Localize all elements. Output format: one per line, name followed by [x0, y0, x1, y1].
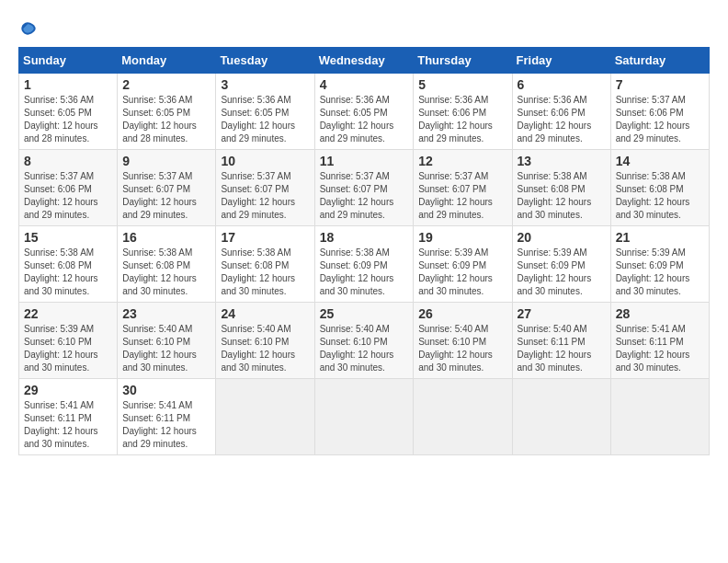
day-number: 28 [616, 306, 704, 321]
day-cell-7: 7Sunrise: 5:37 AMSunset: 6:06 PMDaylight… [610, 74, 709, 150]
day-number: 26 [418, 306, 506, 321]
calendar-table: SundayMondayTuesdayWednesdayThursdayFrid… [18, 47, 710, 455]
week-row-5: 29Sunrise: 5:41 AMSunset: 6:11 PMDayligh… [19, 379, 710, 455]
day-cell-3: 3Sunrise: 5:36 AMSunset: 6:05 PMDaylight… [216, 74, 314, 150]
day-cell-26: 26Sunrise: 5:40 AMSunset: 6:10 PMDayligh… [414, 303, 512, 379]
day-number: 9 [122, 154, 210, 168]
day-cell-28: 28Sunrise: 5:41 AMSunset: 6:11 PMDayligh… [610, 303, 709, 379]
day-info: Sunrise: 5:36 AMSunset: 6:05 PMDaylight:… [221, 94, 309, 145]
day-number: 22 [24, 306, 112, 321]
day-info: Sunrise: 5:37 AMSunset: 6:07 PMDaylight:… [418, 170, 506, 222]
day-cell-14: 14Sunrise: 5:38 AMSunset: 6:08 PMDayligh… [610, 150, 709, 226]
day-number: 19 [418, 230, 506, 245]
day-info: Sunrise: 5:36 AMSunset: 6:05 PMDaylight:… [320, 94, 409, 145]
logo [18, 18, 40, 38]
day-number: 17 [221, 230, 309, 245]
day-cell-12: 12Sunrise: 5:37 AMSunset: 6:07 PMDayligh… [414, 150, 512, 226]
day-cell-13: 13Sunrise: 5:38 AMSunset: 6:08 PMDayligh… [512, 150, 610, 226]
day-number: 11 [320, 154, 409, 168]
calendar-header-row: SundayMondayTuesdayWednesdayThursdayFrid… [19, 48, 710, 74]
header-saturday: Saturday [610, 48, 709, 74]
day-number: 20 [518, 230, 606, 245]
day-info: Sunrise: 5:37 AMSunset: 6:07 PMDaylight:… [320, 170, 409, 222]
day-number: 8 [24, 154, 112, 168]
day-cell-21: 21Sunrise: 5:39 AMSunset: 6:09 PMDayligh… [610, 226, 709, 303]
header-tuesday: Tuesday [216, 48, 314, 74]
day-number: 25 [320, 306, 409, 321]
empty-cell [314, 379, 414, 455]
day-number: 15 [24, 230, 112, 245]
day-info: Sunrise: 5:39 AMSunset: 6:10 PMDaylight:… [24, 323, 112, 374]
day-number: 14 [616, 154, 704, 168]
day-info: Sunrise: 5:37 AMSunset: 6:06 PMDaylight:… [616, 94, 704, 145]
header-sunday: Sunday [19, 48, 118, 74]
header [18, 18, 710, 38]
day-cell-24: 24Sunrise: 5:40 AMSunset: 6:10 PMDayligh… [216, 303, 314, 379]
day-info: Sunrise: 5:37 AMSunset: 6:07 PMDaylight:… [221, 170, 309, 222]
header-friday: Friday [512, 48, 610, 74]
logo-icon [18, 19, 37, 38]
day-cell-15: 15Sunrise: 5:38 AMSunset: 6:08 PMDayligh… [19, 226, 118, 303]
day-info: Sunrise: 5:38 AMSunset: 6:08 PMDaylight:… [221, 247, 309, 298]
day-cell-29: 29Sunrise: 5:41 AMSunset: 6:11 PMDayligh… [19, 379, 118, 455]
day-cell-10: 10Sunrise: 5:37 AMSunset: 6:07 PMDayligh… [216, 150, 314, 226]
day-info: Sunrise: 5:41 AMSunset: 6:11 PMDaylight:… [24, 399, 112, 451]
day-number: 30 [122, 383, 210, 397]
week-row-2: 8Sunrise: 5:37 AMSunset: 6:06 PMDaylight… [19, 150, 710, 226]
empty-cell [414, 379, 512, 455]
day-info: Sunrise: 5:39 AMSunset: 6:09 PMDaylight:… [418, 247, 506, 298]
day-number: 12 [418, 154, 506, 168]
day-number: 18 [320, 230, 409, 245]
day-info: Sunrise: 5:38 AMSunset: 6:08 PMDaylight:… [616, 170, 704, 222]
day-info: Sunrise: 5:38 AMSunset: 6:08 PMDaylight:… [122, 247, 210, 298]
day-info: Sunrise: 5:37 AMSunset: 6:07 PMDaylight:… [122, 170, 210, 222]
day-cell-22: 22Sunrise: 5:39 AMSunset: 6:10 PMDayligh… [19, 303, 118, 379]
day-cell-20: 20Sunrise: 5:39 AMSunset: 6:09 PMDayligh… [512, 226, 610, 303]
empty-cell [512, 379, 610, 455]
day-cell-1: 1Sunrise: 5:36 AMSunset: 6:05 PMDaylight… [19, 74, 118, 150]
day-info: Sunrise: 5:39 AMSunset: 6:09 PMDaylight:… [518, 247, 606, 298]
day-number: 21 [616, 230, 704, 245]
day-cell-8: 8Sunrise: 5:37 AMSunset: 6:06 PMDaylight… [19, 150, 118, 226]
day-number: 24 [221, 306, 309, 321]
day-cell-19: 19Sunrise: 5:39 AMSunset: 6:09 PMDayligh… [414, 226, 512, 303]
day-cell-25: 25Sunrise: 5:40 AMSunset: 6:10 PMDayligh… [314, 303, 414, 379]
day-number: 27 [518, 306, 606, 321]
day-cell-23: 23Sunrise: 5:40 AMSunset: 6:10 PMDayligh… [118, 303, 216, 379]
day-info: Sunrise: 5:41 AMSunset: 6:11 PMDaylight:… [122, 399, 210, 451]
day-cell-2: 2Sunrise: 5:36 AMSunset: 6:05 PMDaylight… [118, 74, 216, 150]
day-cell-5: 5Sunrise: 5:36 AMSunset: 6:06 PMDaylight… [414, 74, 512, 150]
day-cell-30: 30Sunrise: 5:41 AMSunset: 6:11 PMDayligh… [118, 379, 216, 455]
day-info: Sunrise: 5:39 AMSunset: 6:09 PMDaylight:… [616, 247, 704, 298]
day-number: 23 [122, 306, 210, 321]
day-info: Sunrise: 5:37 AMSunset: 6:06 PMDaylight:… [24, 170, 112, 222]
day-info: Sunrise: 5:38 AMSunset: 6:09 PMDaylight:… [320, 247, 409, 298]
header-monday: Monday [118, 48, 216, 74]
day-cell-18: 18Sunrise: 5:38 AMSunset: 6:09 PMDayligh… [314, 226, 414, 303]
day-cell-16: 16Sunrise: 5:38 AMSunset: 6:08 PMDayligh… [118, 226, 216, 303]
day-info: Sunrise: 5:40 AMSunset: 6:10 PMDaylight:… [122, 323, 210, 374]
day-info: Sunrise: 5:40 AMSunset: 6:10 PMDaylight:… [418, 323, 506, 374]
empty-cell [610, 379, 709, 455]
day-number: 3 [221, 77, 309, 92]
day-cell-4: 4Sunrise: 5:36 AMSunset: 6:05 PMDaylight… [314, 74, 414, 150]
day-number: 7 [616, 77, 704, 92]
day-info: Sunrise: 5:36 AMSunset: 6:06 PMDaylight:… [418, 94, 506, 145]
day-cell-27: 27Sunrise: 5:40 AMSunset: 6:11 PMDayligh… [512, 303, 610, 379]
week-row-3: 15Sunrise: 5:38 AMSunset: 6:08 PMDayligh… [19, 226, 710, 303]
day-info: Sunrise: 5:40 AMSunset: 6:10 PMDaylight:… [320, 323, 409, 374]
day-info: Sunrise: 5:40 AMSunset: 6:10 PMDaylight:… [221, 323, 309, 374]
day-number: 4 [320, 77, 409, 92]
day-number: 5 [418, 77, 506, 92]
day-number: 6 [518, 77, 606, 92]
header-thursday: Thursday [414, 48, 512, 74]
empty-cell [216, 379, 314, 455]
header-wednesday: Wednesday [314, 48, 414, 74]
day-info: Sunrise: 5:40 AMSunset: 6:11 PMDaylight:… [518, 323, 606, 374]
week-row-1: 1Sunrise: 5:36 AMSunset: 6:05 PMDaylight… [19, 74, 710, 150]
day-info: Sunrise: 5:38 AMSunset: 6:08 PMDaylight:… [518, 170, 606, 222]
day-info: Sunrise: 5:36 AMSunset: 6:06 PMDaylight:… [518, 94, 606, 145]
day-number: 2 [122, 77, 210, 92]
day-info: Sunrise: 5:36 AMSunset: 6:05 PMDaylight:… [122, 94, 210, 145]
day-number: 1 [24, 77, 112, 92]
